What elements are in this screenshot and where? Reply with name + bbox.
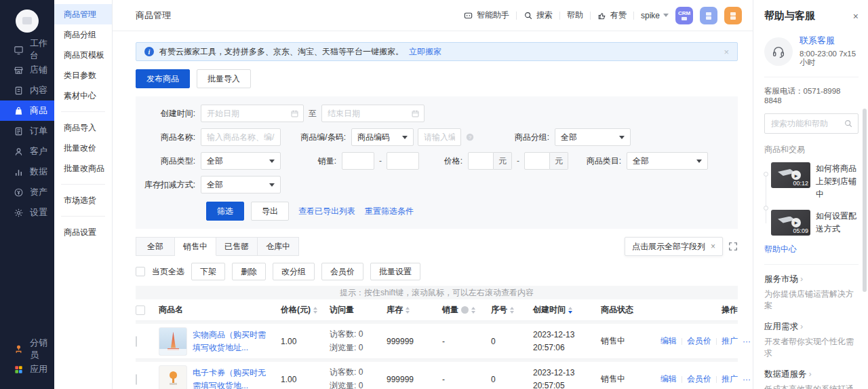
chip-close-icon[interactable]: × <box>711 242 715 251</box>
contact-support-link[interactable]: 联系客服 <box>800 35 835 45</box>
smart-assistant-button[interactable]: 智能助手 <box>463 10 509 21</box>
price-min-input[interactable] <box>468 152 494 170</box>
shop-avatar[interactable] <box>16 10 39 33</box>
help-close-icon[interactable]: × <box>853 11 859 22</box>
app-badge-crm[interactable]: CRM <box>675 7 693 24</box>
row-checkbox[interactable] <box>136 336 137 347</box>
sales-max-input[interactable] <box>387 152 419 170</box>
question-icon[interactable]: ? <box>465 132 475 142</box>
price-max-input[interactable] <box>524 152 550 170</box>
member-price-button[interactable]: 会员价 <box>321 263 363 280</box>
goods-title-link[interactable]: 电子卡券（购买时无需填写收货地... <box>193 367 266 389</box>
view-exports-link[interactable]: 查看已导出列表 <box>298 206 355 217</box>
promote-link[interactable]: 推广 <box>722 373 738 385</box>
sort-created[interactable] <box>568 307 572 314</box>
submenu-divider <box>61 216 105 217</box>
sales-info-icon[interactable] <box>461 306 469 314</box>
batch-settings-button[interactable]: 批量设置 <box>370 263 420 280</box>
nav-item-data[interactable]: 数据 <box>0 162 54 182</box>
help-scrollbar-thumb[interactable] <box>863 109 867 292</box>
topbar: 商品管理 智能助手 搜索 帮助 有赞 <box>113 0 753 31</box>
tab-on-sale[interactable]: 销售中 <box>175 237 216 256</box>
primary-sidebar: 工作台 店铺 内容 商品 订单 客户 <box>0 0 54 389</box>
submenu-item-goods-groups[interactable]: 商品分组 <box>54 24 112 45</box>
nav-item-distributor[interactable]: 分销员 <box>0 339 54 359</box>
help-button[interactable]: 帮助 <box>567 10 583 21</box>
take-down-button[interactable]: 下架 <box>191 263 225 280</box>
batch-import-button[interactable]: 批量导入 <box>197 69 251 88</box>
app-badge-blue-icon[interactable] <box>700 7 717 24</box>
submenu-item-goods-import[interactable]: 商品导入 <box>54 117 112 138</box>
submenu-item-goods-management[interactable]: 商品管理 <box>54 4 112 24</box>
row-checkbox[interactable] <box>136 374 137 385</box>
goods-thumbnail[interactable] <box>159 365 187 389</box>
sort-sales[interactable] <box>471 307 475 314</box>
app-demand-item[interactable]: 应用需求› 开发者帮你实现个性化需求 <box>764 321 859 359</box>
submenu-item-batch-reprice[interactable]: 批量改价 <box>54 138 112 158</box>
promote-link[interactable]: 推广 <box>722 335 738 347</box>
show-all-fields-chip[interactable]: 点击展示全部字段列 × <box>625 237 723 256</box>
nav-item-workbench[interactable]: 工作台 <box>0 39 54 60</box>
service-market-item[interactable]: 服务市场› 为你提供店铺运营解决方案 <box>764 274 859 312</box>
tab-sold-out[interactable]: 已售罄 <box>216 237 258 256</box>
submenu-item-goods-settings[interactable]: 商品设置 <box>54 222 112 242</box>
video-item[interactable]: ▶ 05:09 如何设置配送方式 <box>771 210 859 236</box>
export-button[interactable]: 导出 <box>251 202 289 221</box>
submenu-item-page-template[interactable]: 商品页模板 <box>54 45 112 65</box>
sort-seq[interactable] <box>510 307 514 314</box>
banner-close-icon[interactable]: × <box>724 47 729 57</box>
edit-link[interactable]: 编辑 <box>660 335 677 347</box>
member-price-link[interactable]: 会员价 <box>687 373 711 385</box>
stock-deduction-select[interactable]: 全部 <box>201 176 281 193</box>
tab-all[interactable]: 全部 <box>136 237 175 256</box>
filter-actions: 筛选 导出 查看已导出列表 重置筛选条件 <box>136 202 738 221</box>
nav-item-assets[interactable]: 资产 <box>0 182 54 202</box>
app-badge-orange-icon[interactable] <box>724 7 742 24</box>
video-item[interactable]: ▶ 00:12 如何将商品上架到店铺中 <box>771 162 859 202</box>
filter-button[interactable]: 筛选 <box>206 202 244 221</box>
goods-title-link[interactable]: 实物商品（购买时需填写收货地址... <box>193 329 266 354</box>
code-type-value: 商品编码 <box>357 132 390 143</box>
start-date-input[interactable] <box>201 105 304 122</box>
data-service-item[interactable]: 数据通服务› 低成本高效率的系统打通服务 <box>764 369 859 389</box>
more-actions-icon[interactable]: ··· <box>743 375 751 384</box>
submenu-item-category-params[interactable]: 类目参数 <box>54 65 112 86</box>
search-button[interactable]: 搜索 <box>524 10 553 21</box>
goods-thumbnail[interactable] <box>159 327 187 356</box>
submenu-item-market-picking[interactable]: 市场选货 <box>54 190 112 210</box>
delete-button[interactable]: 删除 <box>232 263 266 280</box>
code-input[interactable] <box>418 128 461 146</box>
sales-min-input[interactable] <box>342 152 374 170</box>
nav-item-settings[interactable]: 设置 <box>0 202 54 223</box>
member-price-link[interactable]: 会员价 <box>687 335 711 347</box>
submenu-item-material-center[interactable]: 素材中心 <box>54 86 112 106</box>
sort-stock[interactable] <box>406 307 410 314</box>
sort-price[interactable] <box>313 307 317 314</box>
nav-item-orders[interactable]: 订单 <box>0 121 54 141</box>
more-actions-icon[interactable]: ··· <box>743 337 751 346</box>
help-center-link[interactable]: 帮助中心 <box>764 244 797 254</box>
header-checkbox[interactable] <box>136 305 145 315</box>
submenu-item-batch-edit[interactable]: 批量改商品 <box>54 158 112 179</box>
fullscreen-icon[interactable] <box>728 242 738 251</box>
tab-in-warehouse[interactable]: 仓库中 <box>258 237 299 256</box>
select-all-checkbox[interactable] <box>136 267 145 276</box>
user-menu[interactable]: spike <box>641 11 669 20</box>
goods-type-select[interactable]: 全部 <box>201 152 281 170</box>
youzan-button[interactable]: 有赞 <box>597 10 627 21</box>
nav-item-customers[interactable]: 客户 <box>0 141 54 162</box>
nav-item-content[interactable]: 内容 <box>0 80 54 100</box>
migrate-now-link[interactable]: 立即搬家 <box>409 46 441 58</box>
group-select[interactable]: 全部 <box>555 128 631 146</box>
change-group-button[interactable]: 改分组 <box>273 263 315 280</box>
publish-goods-button[interactable]: 发布商品 <box>136 69 190 88</box>
code-type-select[interactable]: 商品编码 <box>351 128 414 146</box>
nav-item-goods[interactable]: 商品 <box>0 100 54 121</box>
nav-item-apps[interactable]: 应用 <box>0 359 54 379</box>
goods-name-input[interactable] <box>201 128 281 146</box>
end-date-input[interactable] <box>321 105 425 122</box>
reset-filters-link[interactable]: 重置筛选条件 <box>365 206 414 217</box>
edit-link[interactable]: 编辑 <box>660 373 677 385</box>
category-select[interactable]: 全部 <box>627 152 708 170</box>
nav-item-shop[interactable]: 店铺 <box>0 60 54 80</box>
